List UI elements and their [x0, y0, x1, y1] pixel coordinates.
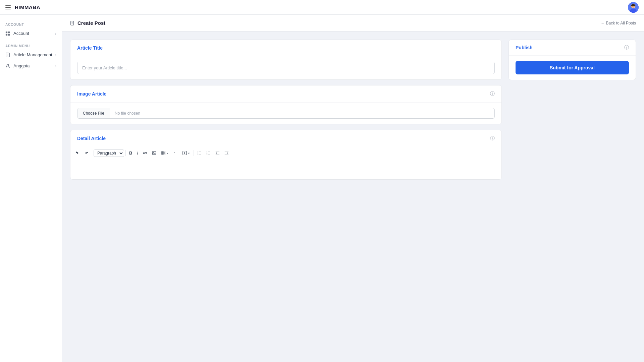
article-title-card-header: Article Title: [70, 40, 501, 56]
publish-card-body: Submit for Approval: [509, 56, 636, 80]
svg-point-29: [198, 152, 198, 152]
sidebar-item-article-management[interactable]: Article Management ›: [0, 49, 62, 60]
blockquote-button[interactable]: ": [171, 149, 180, 157]
publish-heading: Publish: [516, 45, 533, 50]
person-icon: [5, 64, 10, 68]
file-name-display: No file chosen: [110, 108, 494, 118]
toolbar-sep-1: [92, 150, 92, 156]
toolbar-sep-2: [125, 150, 126, 156]
anggota-label: Anggota: [13, 63, 30, 68]
article-management-chevron-icon: ›: [55, 53, 56, 57]
svg-point-30: [198, 153, 198, 154]
bullet-list-button[interactable]: [195, 149, 204, 157]
file-input-wrapper: Choose File No file chosen: [77, 108, 495, 119]
svg-rect-7: [8, 31, 10, 33]
image-article-card-body: Choose File No file chosen: [70, 103, 501, 124]
article-title-heading: Article Title: [77, 45, 103, 51]
svg-point-21: [153, 152, 154, 153]
publish-info-icon[interactable]: ⓘ: [624, 45, 629, 51]
bold-button[interactable]: B: [127, 149, 134, 157]
svg-point-31: [198, 154, 198, 155]
sidebar-item-anggota-left: Anggota: [5, 63, 30, 68]
article-management-label: Article Management: [13, 52, 52, 57]
account-section-label: ACCOUNT: [0, 20, 62, 28]
page-header: Create Post ← Back to All Posts: [62, 15, 644, 32]
indent-more-button[interactable]: [222, 149, 231, 157]
sidebar: ACCOUNT Account › ADMIN MENU: [0, 15, 62, 362]
article-title-card: Article Title: [70, 40, 502, 80]
account-chevron-icon: ›: [55, 32, 56, 36]
admin-section-label: ADMIN MENU: [0, 42, 62, 49]
image-article-card: Image Article ⓘ Choose File No file chos…: [70, 85, 502, 124]
navbar: HIMMABA: [0, 0, 644, 15]
image-article-card-header: Image Article ⓘ: [70, 85, 501, 103]
image-button[interactable]: [150, 149, 158, 157]
svg-text:3.: 3.: [207, 154, 208, 155]
content-grid: Article Title Image Article ⓘ Choose Fil…: [62, 32, 644, 188]
detail-article-heading: Detail Article: [77, 136, 106, 141]
svg-point-4: [632, 6, 633, 6]
anggota-chevron-icon: ›: [55, 64, 56, 68]
page-icon: [70, 21, 75, 25]
sidebar-item-account[interactable]: Account ›: [0, 28, 62, 39]
redo-button[interactable]: [82, 149, 91, 157]
sidebar-item-article-left: Article Management: [5, 52, 52, 57]
hamburger-icon[interactable]: [5, 5, 11, 9]
sidebar-item-account-left: Account: [5, 31, 29, 36]
submit-for-approval-button[interactable]: Submit for Approval: [516, 61, 629, 74]
toolbar-sep-3: [194, 150, 194, 156]
svg-point-14: [7, 64, 8, 66]
article-title-input[interactable]: [77, 62, 495, 74]
indent-less-button[interactable]: [213, 149, 222, 157]
detail-article-card-body: Paragraph B I: [70, 147, 501, 179]
paragraph-select[interactable]: Paragraph: [94, 149, 124, 157]
editor-toolbar: Paragraph B I: [70, 147, 501, 159]
avatar[interactable]: [628, 2, 639, 13]
publish-card: Publish ⓘ Submit for Approval: [508, 40, 636, 80]
svg-rect-6: [6, 31, 7, 33]
right-column: Publish ⓘ Submit for Approval: [508, 40, 636, 80]
sidebar-item-anggota[interactable]: Anggota ›: [0, 60, 62, 71]
article-icon: [5, 53, 10, 57]
detail-article-card: Detail Article ⓘ: [70, 130, 502, 180]
link-button[interactable]: [141, 149, 149, 157]
media-chevron-icon: [187, 152, 190, 155]
svg-rect-22: [161, 151, 165, 155]
editor-content-area[interactable]: [70, 159, 501, 179]
svg-rect-9: [8, 34, 10, 35]
italic-button[interactable]: I: [135, 149, 140, 157]
svg-text:": ": [174, 151, 175, 155]
media-button[interactable]: [180, 149, 192, 157]
svg-point-5: [634, 6, 634, 6]
numbered-list-button[interactable]: 1.2.3.: [204, 149, 213, 157]
choose-file-button[interactable]: Choose File: [77, 108, 110, 118]
publish-card-header: Publish ⓘ: [509, 40, 636, 56]
article-title-card-body: [70, 56, 501, 79]
back-to-all-posts-link[interactable]: ← Back to All Posts: [601, 21, 636, 25]
page-header-left: Create Post: [70, 20, 105, 26]
app-brand: HIMMABA: [15, 4, 40, 10]
navbar-left: HIMMABA: [5, 4, 40, 10]
table-button[interactable]: [159, 149, 171, 157]
table-chevron-icon: [166, 152, 169, 155]
detail-article-card-header: Detail Article ⓘ: [70, 130, 501, 147]
detail-article-info-icon[interactable]: ⓘ: [490, 135, 495, 141]
account-label: Account: [13, 31, 29, 36]
svg-rect-20: [152, 152, 156, 155]
grid-icon: [5, 31, 10, 36]
image-article-heading: Image Article: [77, 91, 106, 97]
svg-rect-8: [6, 34, 7, 35]
content-area: Create Post ← Back to All Posts Article …: [62, 15, 644, 362]
undo-button[interactable]: [73, 149, 82, 157]
image-article-info-icon[interactable]: ⓘ: [490, 91, 495, 97]
page-title: Create Post: [77, 20, 105, 26]
left-column: Article Title Image Article ⓘ Choose Fil…: [70, 40, 502, 180]
main-layout: ACCOUNT Account › ADMIN MENU: [0, 15, 644, 362]
